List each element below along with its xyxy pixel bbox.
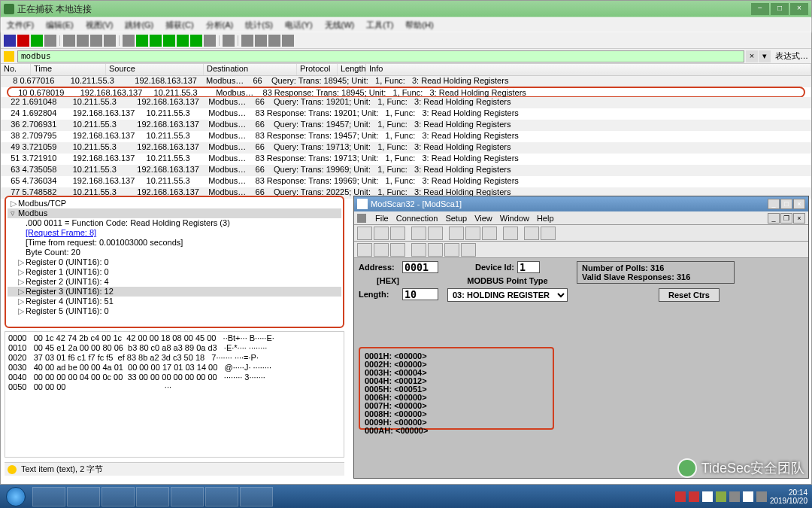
go-back-icon[interactable] <box>136 35 148 47</box>
data-icon[interactable] <box>465 227 480 240</box>
task-modscan[interactable] <box>136 487 169 506</box>
stop-capture-icon[interactable] <box>17 35 29 47</box>
address-input[interactable] <box>402 261 438 273</box>
menu-file[interactable]: 文件(F) <box>4 18 37 32</box>
packet-row[interactable]: 51 3.721910 192.168.163.137 10.211.55.3 … <box>1 154 811 165</box>
tray-net-icon[interactable] <box>729 491 740 502</box>
modscan-close-button[interactable]: × <box>793 199 805 209</box>
display-filter-input[interactable] <box>17 50 744 62</box>
task-vm[interactable] <box>102 487 135 506</box>
open-file-icon[interactable] <box>63 35 75 47</box>
menu-go[interactable]: 跳转(G) <box>122 18 156 32</box>
menu-statistics[interactable]: 统计(S) <box>242 18 276 32</box>
device-id-input[interactable] <box>517 261 540 273</box>
expression-label[interactable]: 表达式… <box>775 50 808 62</box>
hex-line[interactable]: 0020 37 03 01 f6 c1 f7 fc f5 ef 83 8b a2… <box>8 353 341 363</box>
tray-ime-icon[interactable] <box>689 491 699 502</box>
display-hex-icon[interactable] <box>390 243 405 257</box>
close-button[interactable]: × <box>790 3 808 15</box>
detail-register-4[interactable]: ▷Register 4 (UINT16): 51 <box>8 297 341 306</box>
hex-line[interactable]: 0040 00 00 00 00 04 00 0c 00 33 00 00 00… <box>8 373 341 382</box>
modscan-child-restore[interactable]: ❐ <box>780 213 792 224</box>
tray-flag-icon[interactable] <box>675 491 686 502</box>
format-icon[interactable] <box>449 227 464 240</box>
auto-scroll-icon[interactable] <box>204 35 216 47</box>
display-dec-icon[interactable] <box>374 243 389 257</box>
menu-view[interactable]: 视图(V) <box>83 18 117 32</box>
packet-row[interactable]: 8 0.677016 10.211.55.3 192.168.163.137 M… <box>1 76 811 87</box>
hex-pane[interactable]: 0000 00 1c 42 74 2b c4 00 1c 42 00 00 18… <box>5 331 344 458</box>
apply-filter-icon[interactable]: ▾ <box>759 50 771 62</box>
tray-power-icon[interactable] <box>756 491 767 502</box>
modscan-menu-setup[interactable]: Setup <box>445 214 467 223</box>
reset-ctrs-button[interactable]: Reset Ctrs <box>659 288 720 302</box>
detail-register-5[interactable]: ▷Register 5 (UINT16): 0 <box>8 306 341 316</box>
menu-edit[interactable]: 编辑(E) <box>43 18 77 32</box>
hex-line[interactable]: 0050 00 00 00 ··· <box>8 382 341 392</box>
filter-icon[interactable] <box>4 51 14 62</box>
col-source[interactable]: Source <box>106 64 204 75</box>
capture-options-icon[interactable] <box>4 35 16 47</box>
help-icon[interactable] <box>541 227 556 240</box>
packet-row[interactable]: 22 1.691048 10.211.55.3 192.168.163.137 … <box>1 97 811 108</box>
menu-capture[interactable]: 捕获(C) <box>162 18 196 32</box>
detail-register-2[interactable]: ▷Register 2 (UINT16): 4 <box>8 277 341 287</box>
display-swap-icon[interactable] <box>444 243 459 257</box>
packet-row[interactable]: 38 2.709795 192.168.163.137 10.211.55.3 … <box>1 131 811 142</box>
modscan-child-minimize[interactable]: _ <box>768 213 780 224</box>
modscan-maximize-button[interactable]: □ <box>780 199 792 209</box>
modscan-child-close[interactable]: × <box>793 213 805 224</box>
menu-help[interactable]: 帮助(H) <box>402 18 436 32</box>
save-file-icon[interactable] <box>77 35 89 47</box>
start-button[interactable] <box>0 485 32 508</box>
zoom-out-icon[interactable] <box>255 35 267 47</box>
packet-list[interactable]: 8 0.677016 10.211.55.3 192.168.163.137 M… <box>1 76 811 208</box>
menu-tools[interactable]: 工具(T) <box>363 18 396 32</box>
minimize-button[interactable]: − <box>751 3 769 15</box>
print-icon[interactable] <box>503 227 518 240</box>
colorize-icon[interactable] <box>223 35 235 47</box>
packet-row[interactable]: 24 1.692804 192.168.163.137 10.211.55.3 … <box>1 108 811 120</box>
detail-request-frame[interactable]: [Request Frame: 8] <box>8 228 341 238</box>
display-bin-icon[interactable] <box>357 243 372 257</box>
hex-line[interactable]: 0000 00 1c 42 74 2b c4 00 1c 42 00 00 18… <box>8 333 341 343</box>
maximize-button[interactable]: □ <box>771 3 789 15</box>
save-icon[interactable] <box>390 227 405 240</box>
tray-disk-icon[interactable] <box>716 491 726 502</box>
detail-register-1[interactable]: ▷Register 1 (UINT16): 0 <box>8 267 341 277</box>
tray-shield-icon[interactable] <box>702 491 713 502</box>
detail-modbustcp[interactable]: ▷Modbus/TCP <box>8 199 341 208</box>
packet-row[interactable]: 10 0.678019 192.168.163.137 10.211.55.3 … <box>7 87 805 98</box>
tray-clock[interactable]: 20:14 2019/10/20 <box>770 488 807 505</box>
menu-telephony[interactable]: 电话(Y) <box>282 18 316 32</box>
col-length[interactable]: Length <box>338 64 366 75</box>
modscan-menu-help[interactable]: Help <box>537 214 554 223</box>
modscan-minimize-button[interactable]: _ <box>768 199 780 209</box>
col-info[interactable]: Info <box>366 64 811 75</box>
packet-row[interactable]: 49 3.721059 10.211.55.3 192.168.163.137 … <box>1 142 811 154</box>
hex-line[interactable]: 0010 00 45 e1 2a 00 00 80 06 b3 80 c0 a8… <box>8 343 341 353</box>
modscan-menu-connection[interactable]: Connection <box>396 214 438 223</box>
go-forward-icon[interactable] <box>150 35 162 47</box>
reload-icon[interactable] <box>104 35 116 47</box>
modscan-menu-view[interactable]: View <box>474 214 492 223</box>
packet-row[interactable]: 65 4.736034 192.168.163.137 10.211.55.3 … <box>1 176 811 187</box>
length-input[interactable] <box>402 288 438 300</box>
modscan-menu-file[interactable]: File <box>375 214 389 223</box>
trace-icon[interactable] <box>482 227 497 240</box>
go-to-packet-icon[interactable] <box>163 35 175 47</box>
go-first-icon[interactable] <box>177 35 189 47</box>
resize-columns-icon[interactable] <box>282 35 294 47</box>
zoom-reset-icon[interactable] <box>268 35 280 47</box>
packet-row[interactable]: 36 2.706931 10.211.55.3 192.168.163.137 … <box>1 120 811 131</box>
about-icon[interactable] <box>524 227 539 240</box>
menu-wireless[interactable]: 无线(W) <box>322 18 358 32</box>
zoom-in-icon[interactable] <box>241 35 253 47</box>
clear-filter-icon[interactable]: × <box>746 50 758 62</box>
hex-line[interactable]: 0030 40 00 ad be 00 00 4a 01 00 00 00 17… <box>8 363 341 373</box>
display-dbl-icon[interactable] <box>428 243 443 257</box>
packet-row[interactable]: 63 4.735058 10.211.55.3 192.168.163.137 … <box>1 165 811 176</box>
menu-analyze[interactable]: 分析(A) <box>203 18 237 32</box>
disconnect-icon[interactable] <box>428 227 443 240</box>
col-time[interactable]: Time <box>31 64 106 75</box>
